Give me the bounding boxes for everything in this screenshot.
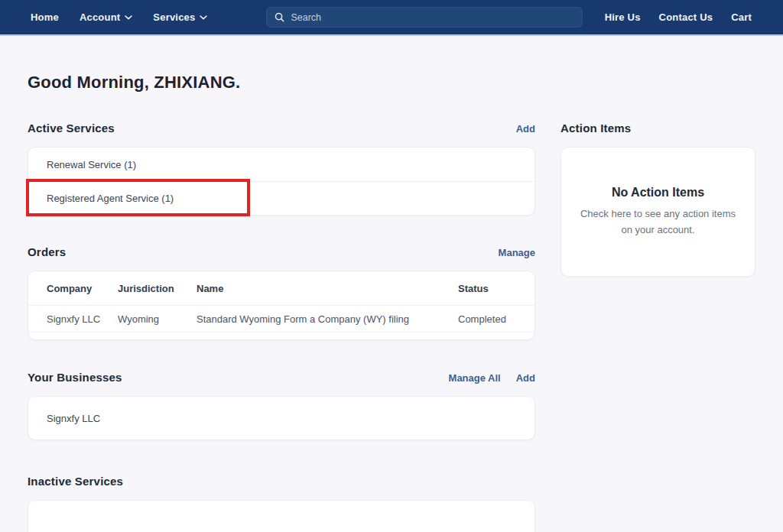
active-services-add-button[interactable]: Add xyxy=(516,123,535,135)
greeting-heading: Good Morning, ZHIXIANG. xyxy=(28,73,755,92)
nav-item-account-label: Account xyxy=(80,11,120,23)
cell-name: Standard Wyoming Form a Company (WY) fil… xyxy=(197,313,458,325)
search-icon xyxy=(275,12,284,22)
list-item-business[interactable]: Signxfy LLC xyxy=(28,397,534,440)
orders-header: Orders Manage xyxy=(28,245,535,258)
nav-item-account[interactable]: Account xyxy=(80,11,132,23)
list-item-renewal-service[interactable]: Renewal Service (1) xyxy=(28,148,534,181)
orders-card-padding xyxy=(28,332,534,339)
dashboard-columns: Active Services Add Renewal Service (1) … xyxy=(28,122,755,532)
nav-item-cart[interactable]: Cart xyxy=(731,11,752,23)
nav-item-home[interactable]: Home xyxy=(31,11,59,23)
nav-item-services-label: Services xyxy=(153,11,195,23)
inactive-services-section: Inactive Services xyxy=(28,475,535,532)
column-header-status: Status xyxy=(458,283,516,294)
active-services-title: Active Services xyxy=(28,122,115,135)
nav-item-hire-us-label: Hire Us xyxy=(605,11,641,23)
action-items-section: Action Items No Action Items Check here … xyxy=(560,122,755,277)
inactive-services-header: Inactive Services xyxy=(28,475,535,488)
main-content: Good Morning, ZHIXIANG. Active Services … xyxy=(0,73,783,532)
active-services-section: Active Services Add Renewal Service (1) … xyxy=(28,122,535,216)
action-items-title: Action Items xyxy=(560,122,631,135)
orders-section: Orders Manage Company Jurisdiction Name … xyxy=(28,245,535,340)
cell-status: Completed xyxy=(458,313,516,325)
inactive-services-title: Inactive Services xyxy=(28,475,123,488)
nav-left-group: Home Account Services xyxy=(31,11,207,23)
nav-item-contact-us-label: Contact Us xyxy=(659,11,713,23)
your-businesses-header: Your Businesses Manage All Add xyxy=(28,371,535,384)
left-column: Active Services Add Renewal Service (1) … xyxy=(28,122,535,532)
action-items-header: Action Items xyxy=(560,122,755,135)
active-services-header: Active Services Add xyxy=(28,122,535,135)
search-input[interactable] xyxy=(291,12,574,23)
nav-right-group: Hire Us Contact Us Cart xyxy=(605,11,752,23)
your-businesses-section: Your Businesses Manage All Add Signxfy L… xyxy=(28,371,535,440)
orders-title: Orders xyxy=(28,245,66,258)
cell-company: Signxfy LLC xyxy=(47,313,118,325)
your-businesses-title: Your Businesses xyxy=(28,371,122,384)
orders-manage-button[interactable]: Manage xyxy=(499,247,535,258)
nav-item-hire-us[interactable]: Hire Us xyxy=(605,11,641,23)
no-action-items-title: No Action Items xyxy=(612,186,704,200)
cell-jurisdiction: Wyoming xyxy=(118,313,197,325)
your-businesses-card: Signxfy LLC xyxy=(28,396,535,440)
orders-card: Company Jurisdiction Name Status Signxfy… xyxy=(28,271,535,340)
no-action-items-description: Check here to see any action items on yo… xyxy=(578,206,738,237)
list-item-label: Signxfy LLC xyxy=(47,413,100,424)
nav-item-contact-us[interactable]: Contact Us xyxy=(659,11,713,23)
nav-item-services[interactable]: Services xyxy=(153,11,207,23)
chevron-down-icon xyxy=(200,15,207,20)
list-item-label: Registered Agent Service (1) xyxy=(47,193,174,204)
orders-table-header: Company Jurisdiction Name Status xyxy=(28,271,534,306)
list-item-registered-agent-service[interactable]: Registered Agent Service (1) xyxy=(28,181,534,215)
table-row[interactable]: Signxfy LLC Wyoming Standard Wyoming For… xyxy=(28,306,534,332)
inactive-services-card xyxy=(28,500,535,532)
your-businesses-add-button[interactable]: Add xyxy=(516,372,535,384)
nav-item-cart-label: Cart xyxy=(731,11,752,23)
column-header-name: Name xyxy=(197,283,458,294)
column-header-jurisdiction: Jurisdiction xyxy=(118,283,197,294)
top-navbar: Home Account Services Hire Us Contact Us xyxy=(0,0,783,36)
action-items-card: No Action Items Check here to see any ac… xyxy=(560,147,755,277)
right-column: Action Items No Action Items Check here … xyxy=(560,122,755,277)
active-services-card: Renewal Service (1) Registered Agent Ser… xyxy=(28,147,535,216)
nav-item-home-label: Home xyxy=(31,11,59,23)
chevron-down-icon xyxy=(125,15,132,20)
list-item-label: Renewal Service (1) xyxy=(47,159,136,170)
search-bar[interactable] xyxy=(266,7,583,28)
column-header-company: Company xyxy=(47,283,118,294)
your-businesses-manage-all-button[interactable]: Manage All xyxy=(449,372,501,384)
